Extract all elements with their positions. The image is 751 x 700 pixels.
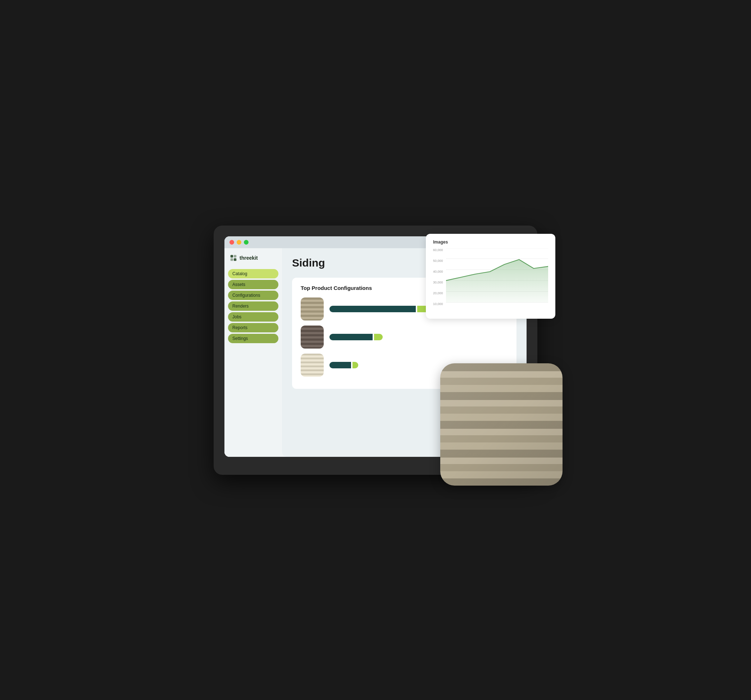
logo: threekit [228,254,278,262]
sidebar-item-catalog[interactable]: Catalog [228,269,278,278]
y-label-2: 40,000 [433,270,443,274]
svg-rect-3 [234,258,236,260]
product-thumbnail-1[interactable] [301,297,324,320]
sidebar-item-jobs[interactable]: Jobs [228,312,278,321]
y-label-0: 60,000 [433,248,443,252]
chart-y-axis: 60,000 50,000 40,000 30,000 20,000 10,00… [433,248,446,313]
config-row-2 [301,326,508,349]
bar-chart-2 [329,334,508,341]
chart-area: 60,000 50,000 40,000 30,000 20,000 10,00… [433,248,548,313]
product-thumbnail-2[interactable] [301,326,324,349]
chart-area-fill [446,260,548,302]
app-window: threekit Catalog Assets Configurations R… [224,248,527,457]
siding-large-image [440,363,562,485]
chart-plot [446,248,548,313]
y-label-5: 10,000 [433,302,443,306]
logo-text: threekit [240,255,258,261]
maximize-button[interactable] [244,240,249,245]
sidebar-item-configurations[interactable]: Configurations [228,291,278,300]
bar-dark-2 [329,334,372,340]
sidebar-item-renders[interactable]: Renders [228,301,278,311]
minimize-button[interactable] [236,240,241,245]
sidebar-item-assets[interactable]: Assets [228,280,278,289]
bar-dark-1 [329,306,416,312]
chart-popup-title: Images [433,240,548,245]
chart-svg [446,248,548,313]
main-content: Siding Top Product Configurations [282,248,527,457]
monitor-frame: threekit Catalog Assets Configurations R… [214,226,537,475]
chart-popup: Images 60,000 50,000 40,000 30,000 20,00… [426,234,555,319]
y-label-1: 50,000 [433,259,443,263]
bar-dark-3 [329,362,351,368]
svg-rect-1 [234,255,236,257]
product-thumbnail-3[interactable] [301,354,324,377]
bar-light-2 [374,334,383,340]
y-label-4: 20,000 [433,291,443,295]
close-button[interactable] [229,240,234,245]
svg-rect-2 [230,258,233,260]
sidebar: threekit Catalog Assets Configurations R… [224,248,282,457]
bar-light-3 [352,362,358,368]
logo-icon [229,254,237,262]
screen: threekit Catalog Assets Configurations R… [224,236,527,457]
svg-rect-0 [230,255,233,257]
sidebar-item-reports[interactable]: Reports [228,323,278,332]
y-label-3: 30,000 [433,281,443,284]
sidebar-item-settings[interactable]: Settings [228,334,278,343]
